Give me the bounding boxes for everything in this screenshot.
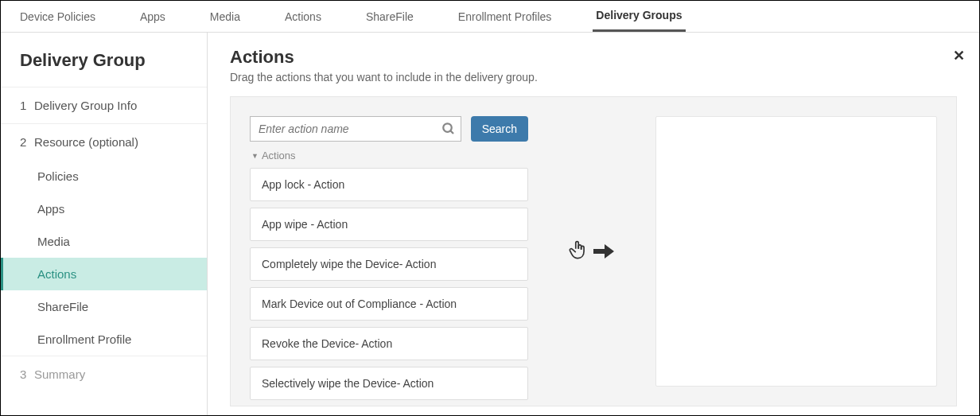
step-summary[interactable]: 3 Summary <box>1 356 207 392</box>
step-number: 2 <box>20 135 34 149</box>
chevron-down-icon: ▼ <box>251 152 259 160</box>
source-column: Search ▼ Actions App lock - Action App w… <box>250 116 528 400</box>
category-label: Actions <box>262 150 296 161</box>
body: Delivery Group 1 Delivery Group Info 2 R… <box>1 33 979 415</box>
step-label: Summary <box>34 367 85 381</box>
action-list: App lock - Action App wipe - Action Comp… <box>250 168 528 400</box>
action-item[interactable]: Revoke the Device- Action <box>250 327 528 360</box>
step-number: 3 <box>20 367 34 381</box>
step-delivery-group-info[interactable]: 1 Delivery Group Info <box>1 87 207 123</box>
close-icon[interactable]: ✕ <box>953 47 965 64</box>
sidebar-item-sharefile[interactable]: ShareFile <box>1 290 207 323</box>
tab-enrollment-profiles[interactable]: Enrollment Profiles <box>455 2 555 31</box>
arrow-right-icon <box>592 242 616 261</box>
search-icon <box>441 122 456 136</box>
top-tabs: Device Policies Apps Media Actions Share… <box>1 1 979 33</box>
actions-category-header[interactable]: ▼ Actions <box>250 150 528 161</box>
action-item[interactable]: Selectively wipe the Device- Action <box>250 367 528 400</box>
sidebar-item-policies[interactable]: Policies <box>1 160 207 192</box>
content-area: Search ▼ Actions App lock - Action App w… <box>230 96 957 406</box>
tab-actions[interactable]: Actions <box>282 2 325 31</box>
tab-sharefile[interactable]: ShareFile <box>363 2 417 31</box>
step-resource[interactable]: 2 Resource (optional) <box>1 123 207 160</box>
search-button[interactable]: Search <box>471 116 528 142</box>
search-input[interactable] <box>259 122 441 135</box>
action-item[interactable]: Completely wipe the Device- Action <box>250 247 528 281</box>
drag-indicator <box>544 239 640 263</box>
page-subtitle: Drag the actions that you want to includ… <box>230 71 957 84</box>
hand-pointer-icon <box>568 239 589 263</box>
svg-line-1 <box>450 130 453 134</box>
tab-media[interactable]: Media <box>207 2 243 31</box>
action-item[interactable]: Mark Device out of Compliance - Action <box>250 287 528 321</box>
sidebar-item-media[interactable]: Media <box>1 225 207 258</box>
main-panel: ✕ Actions Drag the actions that you want… <box>208 33 979 415</box>
sidebar: Delivery Group 1 Delivery Group Info 2 R… <box>1 33 208 415</box>
sidebar-item-actions[interactable]: Actions <box>1 258 207 290</box>
step-number: 1 <box>20 99 34 112</box>
action-item[interactable]: App wipe - Action <box>250 208 528 241</box>
tab-device-policies[interactable]: Device Policies <box>17 2 99 31</box>
step-label: Delivery Group Info <box>34 99 137 112</box>
tab-apps[interactable]: Apps <box>137 2 169 31</box>
step-label: Resource (optional) <box>34 135 138 149</box>
page-title: Actions <box>230 47 957 68</box>
drop-area[interactable] <box>655 116 937 387</box>
search-row: Search <box>250 116 528 142</box>
sidebar-item-enrollment-profile[interactable]: Enrollment Profile <box>1 323 207 356</box>
action-item[interactable]: App lock - Action <box>250 168 528 201</box>
search-box <box>250 116 461 142</box>
svg-point-0 <box>443 123 452 132</box>
sidebar-title: Delivery Group <box>1 47 207 87</box>
tab-delivery-groups[interactable]: Delivery Groups <box>593 1 685 32</box>
sidebar-item-apps[interactable]: Apps <box>1 192 207 225</box>
